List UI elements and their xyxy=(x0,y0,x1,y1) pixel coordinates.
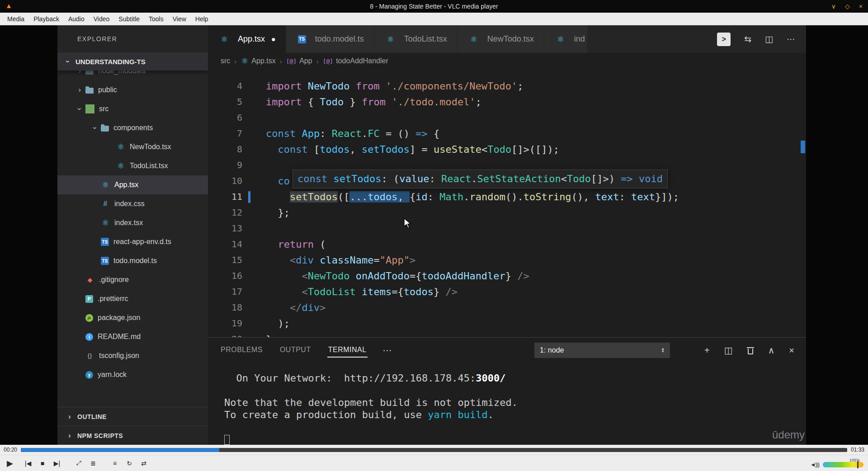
ts-icon: TS xyxy=(298,35,306,43)
file-label: react-app-env.d.ts xyxy=(113,238,171,246)
panel-tab-terminal[interactable]: TERMINAL xyxy=(327,343,368,358)
terminal-cursor xyxy=(224,435,230,445)
git-compare-icon[interactable]: ⇆ xyxy=(744,34,751,44)
menu-playback[interactable]: Playback xyxy=(29,15,64,23)
previous-button[interactable]: |◀ xyxy=(23,457,33,469)
tree-item-react-app-env.d.ts[interactable]: ›TSreact-app-env.d.ts xyxy=(57,232,208,251)
code-token: To create a production build, use xyxy=(224,409,428,420)
extended-settings-button[interactable]: ≣ xyxy=(88,457,99,469)
panel-more-tabs[interactable]: ⋯ xyxy=(383,345,393,356)
terminal-shell-select[interactable]: 1: node ▲▼ xyxy=(534,343,670,358)
code-token: On Your Network: xyxy=(224,372,344,384)
sidebar-section-outline[interactable]: ›OUTLINE xyxy=(57,407,208,426)
folder-icon xyxy=(85,88,94,94)
tree-item-yarn.lock[interactable]: ›yyarn.lock xyxy=(57,365,208,384)
maximize-button[interactable]: ◇ xyxy=(845,3,850,9)
video-area[interactable]: EXPLORER › UNDERSTANDING-TS ›node_module… xyxy=(0,25,868,445)
menu-view[interactable]: View xyxy=(168,15,191,23)
code-token: React xyxy=(441,173,471,184)
random-button[interactable]: ⇄ xyxy=(138,457,149,469)
seek-bar[interactable] xyxy=(21,448,847,452)
code-token: const xyxy=(297,173,327,184)
tree-item-App.tsx[interactable]: ›⚛App.tsx xyxy=(57,175,208,194)
code-token: setTodos xyxy=(333,173,381,184)
menu-help[interactable]: Help xyxy=(191,15,213,23)
menu-audio[interactable]: Audio xyxy=(64,15,89,23)
code-token xyxy=(349,270,355,282)
code-token: Math xyxy=(439,191,463,203)
tree-item-todo.model.ts[interactable]: ›TStodo.model.ts xyxy=(57,251,208,270)
code-content[interactable]: import NewTodo from './components/NewTod… xyxy=(258,69,806,337)
terminal-line xyxy=(224,421,806,433)
tree-item-package.json[interactable]: ›jspackage.json xyxy=(57,308,208,327)
vlc-window: ▲ 8 - Managing State Better - VLC media … xyxy=(0,0,868,471)
menu-tools[interactable]: Tools xyxy=(144,15,168,23)
maximize-panel-icon[interactable]: ∧ xyxy=(768,345,775,356)
breadcrumb-separator-icon: › xyxy=(234,57,236,65)
breadcrumb-item-todoAddHandler[interactable]: [@]todoAddHandler xyxy=(323,57,388,65)
new-terminal-icon[interactable]: + xyxy=(704,345,710,356)
volume-slider[interactable] xyxy=(823,462,863,467)
code-token: => xyxy=(415,128,428,139)
line-number: 16 xyxy=(208,268,258,284)
menu-media[interactable]: Media xyxy=(3,15,29,23)
breadcrumb-item-App[interactable]: [@]App xyxy=(286,57,312,65)
playlist-button[interactable]: ≡ xyxy=(109,457,120,469)
chevron-right-icon: › xyxy=(66,412,74,421)
loop-button[interactable]: ↻ xyxy=(124,457,135,469)
panel-tab-problems[interactable]: PROBLEMS xyxy=(220,343,264,358)
tree-item-tsconfig.json[interactable]: ›{}tsconfig.json xyxy=(57,346,208,365)
explorer-root-folder[interactable]: › UNDERSTANDING-TS xyxy=(57,52,208,71)
close-button[interactable]: × xyxy=(859,3,863,9)
kill-terminal-icon[interactable] xyxy=(747,347,754,354)
tab-todolist-tsx[interactable]: ⚛TodoList.tsx xyxy=(374,25,458,53)
tab-app-tsx[interactable]: ⚛App.tsx● xyxy=(208,25,286,53)
split-editor-icon[interactable]: ◫ xyxy=(765,34,773,44)
code-token: Todo xyxy=(487,144,511,155)
tab-newtodo-tsx[interactable]: ⚛NewTodo.tsx xyxy=(458,25,544,53)
code-token: return xyxy=(278,239,314,250)
terminal-output[interactable]: On Your Network: http://192.168.178.45:3… xyxy=(208,363,806,445)
fullscreen-button[interactable]: ⤢ xyxy=(73,457,84,469)
vlc-menubar: MediaPlaybackAudioVideoSubtitleToolsView… xyxy=(0,13,868,25)
code-line-19: ); xyxy=(266,316,806,331)
tree-item-index.css[interactable]: ›#index.css xyxy=(57,194,208,213)
tree-item-components[interactable]: ›components xyxy=(57,118,208,137)
code-token: : ( xyxy=(381,173,399,184)
tree-item-TodoList.tsx[interactable]: ›⚛TodoList.tsx xyxy=(57,156,208,175)
modified-dot-icon[interactable]: ● xyxy=(271,35,276,43)
open-changes-icon[interactable]: > xyxy=(717,33,731,46)
tree-item-src[interactable]: ›src xyxy=(57,99,208,118)
more-actions-icon[interactable]: ⋯ xyxy=(787,34,795,44)
editor-actions: >⇆◫⋯ xyxy=(706,25,806,53)
breadcrumb-item-src[interactable]: src xyxy=(221,57,230,65)
tree-item-index.tsx[interactable]: ›⚛index.tsx xyxy=(57,213,208,232)
code-line-13 xyxy=(266,221,806,236)
stop-button[interactable]: ■ xyxy=(37,457,48,469)
tree-item-.prettierrc[interactable]: ›P.prettierrc xyxy=(57,289,208,308)
minimize-button[interactable]: ∨ xyxy=(831,3,836,9)
volume-knob[interactable] xyxy=(857,461,859,468)
panel-tab-output[interactable]: OUTPUT xyxy=(279,343,312,358)
tree-item-node_modules[interactable]: ›node_modules xyxy=(57,71,208,80)
next-button[interactable]: ▶| xyxy=(52,457,62,469)
tab-todo-model-ts[interactable]: TStodo.model.ts xyxy=(286,25,374,53)
tree-item-.gitignore[interactable]: ›◆.gitignore xyxy=(57,270,208,289)
tree-item-public[interactable]: ›public xyxy=(57,80,208,99)
code-token: (), xyxy=(571,191,595,203)
breadcrumb-item-App.tsx[interactable]: ⚛App.tsx xyxy=(241,57,275,65)
split-terminal-icon[interactable]: ◫ xyxy=(724,345,733,356)
play-button[interactable]: ▶ xyxy=(5,457,15,469)
code-editor[interactable]: 4567891011121314151617181920 import NewT… xyxy=(208,69,806,337)
tree-item-NewTodo.tsx[interactable]: ›⚛NewTodo.tsx xyxy=(57,137,208,156)
tab-ind[interactable]: ⚛ind xyxy=(544,25,588,53)
sidebar-section-npm-scripts[interactable]: ›NPM SCRIPTS xyxy=(57,426,208,445)
folder-icon xyxy=(101,126,109,132)
volume-control[interactable]: 105% ◄))) xyxy=(810,459,863,468)
react-icon: ⚛ xyxy=(220,35,229,44)
close-panel-icon[interactable]: × xyxy=(789,345,794,356)
tree-item-README.md[interactable]: ›iREADME.md xyxy=(57,327,208,346)
scrollbar-marker[interactable] xyxy=(801,141,805,153)
menu-video[interactable]: Video xyxy=(89,15,114,23)
menu-subtitle[interactable]: Subtitle xyxy=(114,15,144,23)
